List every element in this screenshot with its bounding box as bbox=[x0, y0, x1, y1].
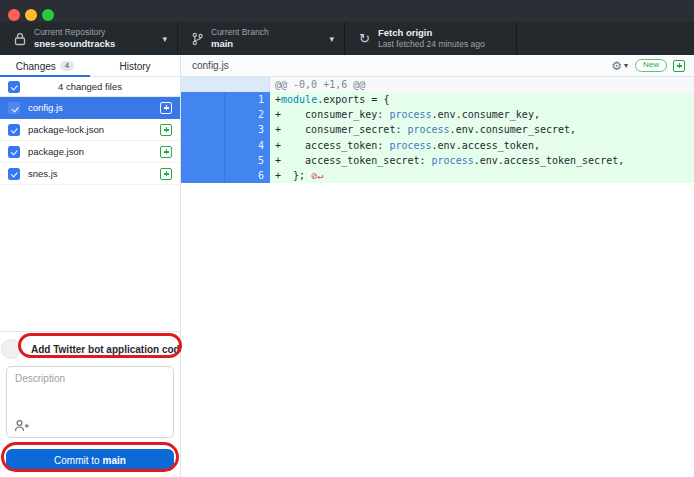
macos-titlebar bbox=[0, 0, 694, 22]
file-name: snes.js bbox=[28, 168, 160, 179]
new-file-badge: New bbox=[635, 59, 667, 73]
file-name: package.json bbox=[28, 146, 160, 157]
commit-button-label: Commit to bbox=[54, 455, 100, 466]
hunk-header-row: @@ -0,0 +1,6 @@ bbox=[181, 77, 694, 92]
old-line-number bbox=[181, 153, 225, 168]
chevron-down-icon: ▾ bbox=[162, 34, 167, 44]
tab-history-label: History bbox=[119, 61, 150, 72]
file-row-package-json[interactable]: package.json bbox=[0, 141, 180, 163]
new-line-number: 4 bbox=[225, 138, 270, 153]
current-branch-dropdown[interactable]: Current Branch main ▾ bbox=[178, 22, 345, 55]
diff-line-4[interactable]: 4 + access_token: process.env.access_tok… bbox=[181, 138, 694, 153]
commit-description-input[interactable]: Description bbox=[6, 366, 174, 438]
no-newline-icon: ⊘↵ bbox=[305, 170, 323, 181]
commit-summary-value: Add Twitter bot application code bbox=[31, 344, 185, 355]
commit-panel: Add Twitter bot application code Descrip… bbox=[0, 331, 180, 477]
diff-line-6[interactable]: 6 + }; ⊘↵ bbox=[181, 168, 694, 183]
file-row-config-js[interactable]: config.js bbox=[0, 97, 180, 119]
new-line-number: 6 bbox=[225, 168, 270, 183]
code-line: + }; ⊘↵ bbox=[270, 168, 694, 183]
current-branch-label: Current Branch bbox=[211, 27, 269, 38]
old-line-number bbox=[181, 92, 225, 107]
diff-line-5[interactable]: 5 + access_token_secret: process.env.acc… bbox=[181, 153, 694, 168]
add-coauthor-icon[interactable] bbox=[14, 419, 30, 432]
lock-icon bbox=[14, 32, 26, 46]
toolbar: Current Repository snes-soundtracks ▾ Cu… bbox=[0, 22, 694, 55]
file-checkbox[interactable] bbox=[8, 124, 20, 136]
file-row-snes-js[interactable]: snes.js bbox=[0, 163, 180, 185]
old-line-number bbox=[181, 138, 225, 153]
new-line-number: 3 bbox=[225, 122, 270, 137]
commit-summary-input[interactable]: Add Twitter bot application code bbox=[24, 337, 178, 361]
added-file-status-icon bbox=[160, 168, 172, 180]
current-branch-name: main bbox=[211, 38, 269, 50]
diff-header: config.js ⚙ ▾ New bbox=[181, 55, 694, 77]
diff-file-name: config.js bbox=[192, 60, 611, 71]
minimize-window-button[interactable] bbox=[25, 9, 37, 21]
fetch-origin-label: Fetch origin bbox=[378, 27, 485, 39]
fetch-origin-status: Last fetched 24 minutes ago bbox=[378, 39, 485, 50]
zoom-window-button[interactable] bbox=[42, 9, 54, 21]
code-line: + access_token: process.env.access_token… bbox=[270, 138, 694, 153]
close-window-button[interactable] bbox=[8, 9, 20, 21]
current-repository-dropdown[interactable]: Current Repository snes-soundtracks ▾ bbox=[0, 22, 178, 55]
diff-line-3[interactable]: 3 + consumer_secret: process.env.consume… bbox=[181, 122, 694, 137]
tab-history[interactable]: History bbox=[90, 55, 180, 77]
changes-count-badge: 4 bbox=[60, 61, 74, 72]
file-checkbox[interactable] bbox=[8, 102, 20, 114]
current-repository-name: snes-soundtracks bbox=[34, 38, 115, 50]
changed-files-summary-row: 4 changed files bbox=[0, 77, 180, 97]
sync-icon: ↻ bbox=[359, 32, 370, 45]
changed-file-list: config.js package-lock.json package.json… bbox=[0, 97, 180, 185]
added-file-status-icon bbox=[160, 146, 172, 158]
github-desktop-window: Current Repository snes-soundtracks ▾ Cu… bbox=[0, 0, 694, 477]
changes-sidebar: Changes 4 History 4 changed files config… bbox=[0, 55, 181, 477]
git-branch-icon bbox=[192, 32, 203, 46]
user-avatar bbox=[1, 339, 21, 359]
added-file-status-icon bbox=[160, 124, 172, 136]
chevron-down-icon[interactable]: ▾ bbox=[624, 61, 628, 70]
code-line: + access_token_secret: process.env.acces… bbox=[270, 153, 694, 168]
sidebar-tabs: Changes 4 History bbox=[0, 55, 180, 77]
diff-body: @@ -0,0 +1,6 @@ 1 +module.exports = { 2 … bbox=[181, 77, 694, 183]
old-line-number bbox=[181, 168, 225, 183]
chevron-down-icon: ▾ bbox=[329, 34, 334, 44]
file-row-package-lock-json[interactable]: package-lock.json bbox=[0, 119, 180, 141]
fetch-origin-button[interactable]: ↻ Fetch origin Last fetched 24 minutes a… bbox=[345, 22, 517, 55]
file-checkbox[interactable] bbox=[8, 146, 20, 158]
description-placeholder: Description bbox=[15, 373, 65, 384]
added-file-status-icon bbox=[160, 102, 172, 114]
tab-changes-label: Changes bbox=[16, 61, 56, 72]
diff-panel: config.js ⚙ ▾ New @@ -0,0 +1,6 @@ 1 +mod… bbox=[181, 55, 694, 477]
old-line-number bbox=[181, 107, 225, 122]
file-checkbox[interactable] bbox=[8, 168, 20, 180]
toolbar-empty-space bbox=[517, 22, 694, 55]
hunk-header-text: @@ -0,0 +1,6 @@ bbox=[270, 77, 694, 92]
new-line-number: 5 bbox=[225, 153, 270, 168]
gear-icon[interactable]: ⚙ bbox=[611, 60, 622, 72]
diff-line-1[interactable]: 1 +module.exports = { bbox=[181, 92, 694, 107]
code-line: +module.exports = { bbox=[270, 92, 694, 107]
diff-line-2[interactable]: 2 + consumer_key: process.env.consumer_k… bbox=[181, 107, 694, 122]
new-line-number: 1 bbox=[225, 92, 270, 107]
old-line-number bbox=[181, 122, 225, 137]
commit-button-branch: main bbox=[103, 455, 126, 466]
hunk-gutter bbox=[181, 77, 270, 92]
tab-changes[interactable]: Changes 4 bbox=[0, 55, 90, 77]
new-line-number: 2 bbox=[225, 107, 270, 122]
current-repository-label: Current Repository bbox=[34, 27, 115, 38]
code-line: + consumer_key: process.env.consumer_key… bbox=[270, 107, 694, 122]
changed-files-count: 4 changed files bbox=[0, 81, 180, 92]
file-name: package-lock.json bbox=[28, 124, 160, 135]
commit-button[interactable]: Commit to main bbox=[6, 449, 174, 471]
add-to-gitignore-button[interactable] bbox=[673, 60, 685, 72]
code-line: + consumer_secret: process.env.consumer_… bbox=[270, 122, 694, 137]
file-name: config.js bbox=[28, 102, 160, 113]
